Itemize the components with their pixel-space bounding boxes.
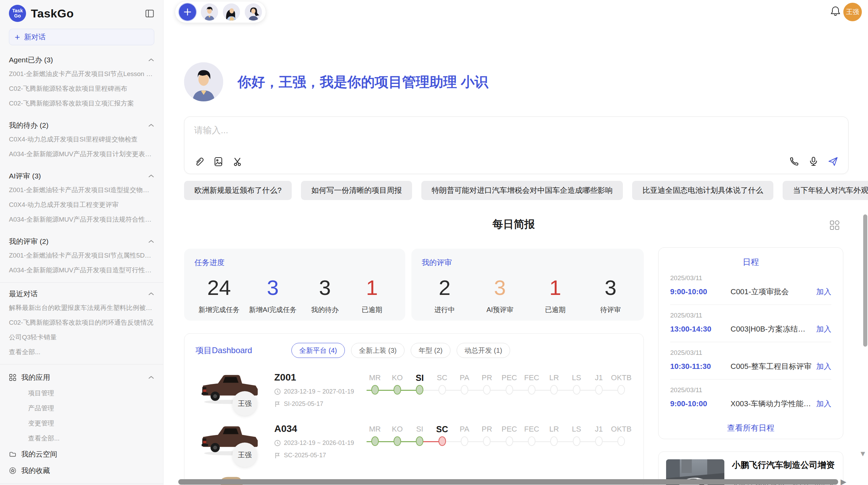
milestone-node: [371, 436, 379, 446]
schedule-item: 2025/03/11 13:00-14:30 C003|H0B-方案冻结评审 加…: [670, 305, 831, 342]
schedule-event-title: C001-立项审批会: [731, 287, 812, 297]
scroll-right-arrow-icon[interactable]: ▶: [841, 477, 846, 485]
news-title: 小鹏飞行汽车制造公司增资: [732, 459, 835, 471]
agent-avatar-3[interactable]: [245, 3, 262, 21]
section-agent-done[interactable]: Agent已办 (3): [9, 53, 154, 66]
chevron-up-icon: [148, 376, 154, 379]
join-link[interactable]: 加入: [816, 324, 831, 334]
add-agent-button[interactable]: [179, 3, 196, 21]
send-icon[interactable]: [828, 156, 839, 167]
section-ai-review[interactable]: AI评审 (3): [9, 170, 154, 183]
list-item[interactable]: C02-飞腾新能源轻客改款项目的闭环通告反馈情况: [9, 315, 154, 330]
stat: 3新增AI完成任务: [249, 275, 297, 314]
assistant-avatar: [184, 62, 223, 101]
phone-icon[interactable]: [789, 156, 799, 166]
join-link[interactable]: 加入: [816, 361, 831, 372]
suggestion-chip[interactable]: 特朗普可能对进口汽车增税会对中国车企造成哪些影响: [421, 181, 623, 200]
project-row[interactable]: 王强 Z001 2023-12-19 ~ 2027-01-19 SI-2025-…: [195, 371, 632, 418]
layout-grid-icon[interactable]: [829, 220, 841, 231]
schedule-time: 9:00-10:00: [670, 287, 722, 296]
join-link[interactable]: 加入: [816, 287, 831, 297]
milestone-node: [394, 385, 401, 395]
sidebar-item-product-mgmt[interactable]: 产品管理: [9, 401, 154, 416]
vertical-scrollbar[interactable]: [863, 214, 867, 347]
milestone-node: [595, 385, 603, 395]
section-my-review[interactable]: 我的评审 (2): [9, 235, 154, 248]
image-icon[interactable]: [213, 157, 224, 167]
view-all-schedule-link[interactable]: 查看所有日程: [670, 423, 831, 433]
section-my-todo[interactable]: 我的待办 (2): [9, 119, 154, 132]
divider: [0, 282, 163, 283]
suggestion-chip[interactable]: 如何写一份清晰的项目周报: [301, 181, 412, 200]
divider: [0, 484, 163, 484]
milestone-node: [573, 385, 580, 395]
project-row[interactable]: 王强 A034 2023-12-19 ~ 2026-01-19 SC-2025-…: [195, 422, 632, 469]
dashboard-tabs: 全新平台 (4) 全新上装 (3) 年型 (2) 动总开发 (1): [291, 343, 510, 358]
suggestion-chip[interactable]: 欧洲新规最近颁布了什么?: [184, 181, 292, 200]
tab-new-body[interactable]: 全新上装 (3): [351, 343, 405, 358]
section-title: 我的评审 (2): [9, 237, 49, 246]
user-avatar[interactable]: 王强: [843, 3, 862, 21]
list-item[interactable]: 解释最新出台的欧盟报废车法规再生塑料比例被调至15%...: [9, 300, 154, 315]
list-item[interactable]: A034-全新新能源MUV产品开发项目造型可行性评审: [9, 263, 154, 277]
sidebar-item-my-apps[interactable]: 我的应用: [9, 369, 154, 386]
sidebar-item-favorites[interactable]: 我的收藏: [9, 462, 154, 479]
sidebar-item-label: 我的应用: [21, 373, 50, 382]
tab-year-model[interactable]: 年型 (2): [411, 343, 450, 358]
list-item[interactable]: 公司Q3轻卡销量: [9, 330, 154, 345]
project-code: Z001: [274, 372, 358, 383]
milestone-node: [438, 385, 446, 395]
tab-powertrain[interactable]: 动总开发 (1): [457, 343, 510, 358]
project-media: 王强: [195, 422, 274, 469]
view-all-link[interactable]: 查看全部...: [9, 345, 154, 359]
sidebar-item-label: 我的云空间: [21, 449, 57, 459]
sidebar-item-cloud-space[interactable]: 我的云空间: [9, 446, 154, 462]
project-dates: 2023-12-19 ~ 2027-01-19: [274, 388, 358, 395]
join-link[interactable]: 加入: [816, 399, 831, 409]
notifications-bell-icon[interactable]: [830, 5, 841, 16]
sidebar-item-project-mgmt[interactable]: 项目管理: [9, 386, 154, 401]
list-item[interactable]: Z001-全新燃油轻卡产品开发项目SI造型提交物评审: [9, 183, 154, 197]
list-item[interactable]: Z001-全新燃油皮卡产品开发项目SI节点Lesson Learn报告: [9, 66, 154, 81]
stat: 3待评审: [592, 275, 629, 314]
suggestion-chip[interactable]: 当下年轻人对汽车外观有怎样的喜好趋势: [783, 181, 868, 200]
composer-toolbar: [194, 156, 839, 167]
sidebar-collapse-icon[interactable]: [145, 9, 154, 18]
list-item[interactable]: C02-飞腾新能源轻客改款项目立项汇报方案: [9, 96, 154, 111]
list-item[interactable]: C02-飞腾新能源轻客改款项目里程碑画布: [9, 81, 154, 96]
milestone-node: [371, 385, 379, 395]
chat-input[interactable]: [194, 125, 839, 136]
project-flag-date: SC-2025-05-17: [274, 452, 358, 459]
milestone-node: [506, 436, 513, 446]
scroll-down-arrow-icon[interactable]: ▼: [859, 449, 867, 458]
view-all-link[interactable]: 查看全部...: [9, 431, 154, 446]
microphone-icon[interactable]: [808, 156, 819, 166]
left-column: 任务进度 24新增完成任务 3新增AI完成任务 3我的待办 1已逾期 我的评审 …: [184, 247, 644, 485]
greeting-block: 你好，王强，我是你的项目管理助理 小识: [184, 62, 488, 101]
agent-avatar-2[interactable]: [223, 3, 240, 21]
horizontal-scrollbar[interactable]: [178, 479, 838, 485]
schedule-time: 10:30-11:30: [670, 362, 722, 371]
scissors-icon[interactable]: [232, 157, 243, 167]
sidebar-header: Task Go TaskGo: [9, 5, 154, 22]
schedule-date: 2025/03/11: [670, 312, 831, 319]
agent-avatar-1[interactable]: [201, 3, 218, 21]
list-item[interactable]: C0X4-动力总成开发项目SI里程碑提交物检查: [9, 132, 154, 147]
attachment-icon[interactable]: [194, 157, 204, 167]
list-item[interactable]: C0X4-动力总成开发项目工程变更评审: [9, 197, 154, 212]
section-recent-chats[interactable]: 最近对话: [9, 287, 154, 300]
tab-new-platform[interactable]: 全新平台 (4): [291, 343, 345, 358]
app-logo: Task Go: [9, 5, 26, 22]
card-title: 我的评审: [422, 258, 634, 268]
list-item[interactable]: A034-全新新能源MUV产品开发项目计划变更表编写: [9, 147, 154, 161]
suggestion-chip[interactable]: 比亚迪全固态电池计划具体说了什么: [632, 181, 773, 200]
user-name: 王强: [846, 8, 859, 16]
new-chat-button[interactable]: + 新对话: [9, 29, 154, 45]
list-item[interactable]: A034-全新新能源MUV产品开发项目法规符合性评审: [9, 212, 154, 227]
list-item[interactable]: Z001-全新燃油轻卡产品开发项目SI节点属性5D文件评审: [9, 248, 154, 263]
milestone-node: [483, 436, 491, 446]
sidebar-item-change-mgmt[interactable]: 变更管理: [9, 416, 154, 431]
milestone-node: [550, 436, 558, 446]
chevron-up-icon: [148, 292, 154, 296]
chevron-up-icon: [148, 58, 154, 62]
